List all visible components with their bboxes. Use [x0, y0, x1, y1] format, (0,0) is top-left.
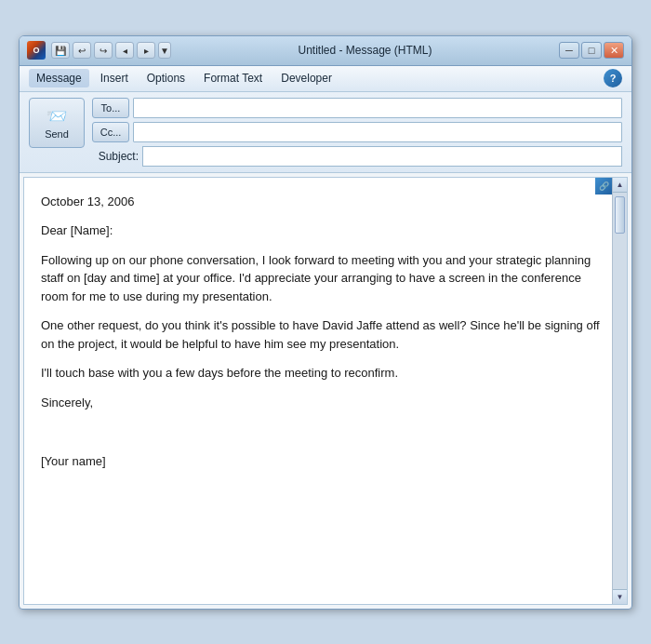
to-input[interactable] [133, 98, 622, 118]
message-body[interactable]: October 13, 2006 Dear [Name]: Following … [24, 178, 627, 604]
forward-button[interactable]: ▸ [137, 42, 155, 59]
title-bar: O 💾 ↩ ↪ ◂ ▸ ▼ Untitled - Message (HTML) … [20, 36, 631, 66]
email-closing: Sincerely, [41, 394, 604, 412]
body-icon: 🔗 [595, 178, 612, 195]
save-button[interactable]: 💾 [51, 42, 70, 59]
email-paragraph2: One other request, do you think it's pos… [41, 316, 604, 353]
email-greeting: Dear [Name]: [41, 221, 604, 240]
send-icon: 📨 [46, 106, 67, 127]
window-title: Untitled - Message (HTML) [177, 44, 553, 57]
window-controls: ─ □ ✕ [559, 42, 624, 59]
scrollbar[interactable]: ▲ ▼ [612, 178, 627, 604]
send-label: Send [45, 128, 69, 140]
scroll-track[interactable] [613, 193, 627, 589]
undo-button[interactable]: ↩ [73, 42, 91, 59]
email-paragraph1: Following up on our phone conversation, … [41, 251, 604, 306]
menu-message[interactable]: Message [29, 69, 89, 87]
scroll-thumb[interactable] [615, 196, 625, 234]
send-button[interactable]: 📨 Send [29, 98, 85, 148]
cc-input[interactable] [133, 122, 622, 142]
subject-input[interactable] [142, 146, 622, 167]
email-signature: [Your name] [41, 452, 604, 471]
scroll-up-arrow[interactable]: ▲ [613, 178, 628, 193]
menu-options[interactable]: Options [140, 69, 193, 87]
minimize-button[interactable]: ─ [559, 42, 579, 59]
menu-format-text[interactable]: Format Text [196, 69, 270, 87]
to-row: To... [92, 98, 622, 118]
help-button[interactable]: ? [604, 69, 622, 87]
outlook-window: O 💾 ↩ ↪ ◂ ▸ ▼ Untitled - Message (HTML) … [19, 35, 632, 610]
subject-label: Subject: [92, 150, 139, 163]
email-signature-space [41, 423, 604, 441]
subject-row: Subject: [92, 146, 622, 167]
menu-bar: Message Insert Options Format Text Devel… [20, 66, 631, 92]
redo-button[interactable]: ↪ [94, 42, 113, 59]
dropdown-button[interactable]: ▼ [158, 42, 171, 59]
message-body-area: 🔗 October 13, 2006 Dear [Name]: Followin… [23, 177, 628, 605]
maximize-button[interactable]: □ [581, 42, 602, 59]
close-button[interactable]: ✕ [604, 42, 624, 59]
cc-row: Cc... [92, 122, 622, 142]
scroll-down-arrow[interactable]: ▼ [613, 589, 628, 604]
cc-button[interactable]: Cc... [92, 122, 129, 142]
quick-access-toolbar: 💾 ↩ ↪ ◂ ▸ ▼ [51, 42, 171, 59]
app-icon: O [27, 41, 46, 60]
menu-developer[interactable]: Developer [273, 69, 339, 87]
to-button[interactable]: To... [92, 98, 129, 118]
menu-insert[interactable]: Insert [93, 69, 136, 87]
email-date: October 13, 2006 [41, 193, 604, 211]
back-button[interactable]: ◂ [115, 42, 134, 59]
email-paragraph3: I'll touch base with you a few days befo… [41, 364, 604, 382]
